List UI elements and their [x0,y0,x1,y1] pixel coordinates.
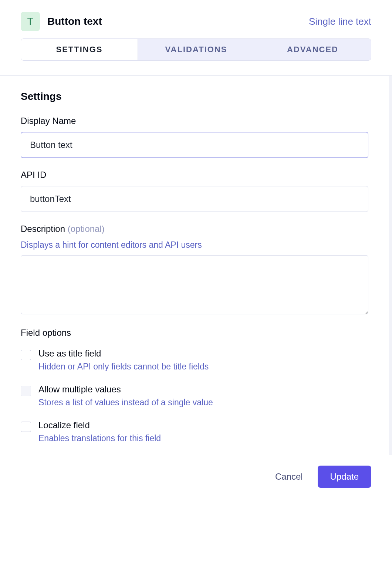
modal-footer: Cancel Update [0,455,392,498]
field-title: Button text [47,16,102,27]
option-title: Use as title field [38,348,209,359]
option-title: Allow multiple values [38,384,213,395]
cancel-button[interactable]: Cancel [275,472,303,482]
option-desc: Hidden or API only fields cannot be titl… [38,362,209,372]
description-optional: (optional) [68,224,105,234]
checkbox-localize-field[interactable] [21,422,31,432]
option-label: Allow multiple values Stores a list of v… [38,384,213,408]
update-button[interactable]: Update [318,466,371,488]
option-title: Localize field [38,420,161,430]
option-multiple-values: Allow multiple values Stores a list of v… [21,384,368,408]
option-desc: Enables translations for this field [38,433,161,443]
tabs: SETTINGS VALIDATIONS ADVANCED [21,38,371,61]
display-name-input[interactable] [21,132,368,158]
content-scroll[interactable]: Settings Display Name API ID Description… [0,76,392,455]
option-label: Localize field Enables translations for … [38,420,161,443]
checkbox-multiple-values [21,386,31,396]
text-type-icon: T [21,12,40,31]
tab-validations[interactable]: VALIDATIONS [138,39,254,60]
display-name-group: Display Name [21,116,368,158]
field-options-title: Field options [21,328,368,338]
description-hint: Displays a hint for content editors and … [21,240,368,250]
tab-settings[interactable]: SETTINGS [21,39,138,60]
option-title-field: Use as title field Hidden or API only fi… [21,348,368,372]
header-left: T Button text [21,12,102,31]
tab-advanced[interactable]: ADVANCED [254,39,371,60]
description-label: Description (optional) [21,224,368,234]
description-textarea[interactable] [21,255,368,314]
api-id-label: API ID [21,170,368,180]
option-label: Use as title field Hidden or API only fi… [38,348,209,372]
display-name-label: Display Name [21,116,368,126]
api-id-group: API ID [21,170,368,212]
api-id-input[interactable] [21,186,368,212]
option-localize-field: Localize field Enables translations for … [21,420,368,443]
modal-header: T Button text Single line text [0,0,392,38]
description-label-text: Description [21,224,65,234]
option-desc: Stores a list of values instead of a sin… [38,398,213,408]
field-type-label: Single line text [309,16,371,27]
checkbox-title-field[interactable] [21,350,31,360]
section-title: Settings [21,91,368,102]
description-group: Description (optional) Displays a hint f… [21,224,368,316]
